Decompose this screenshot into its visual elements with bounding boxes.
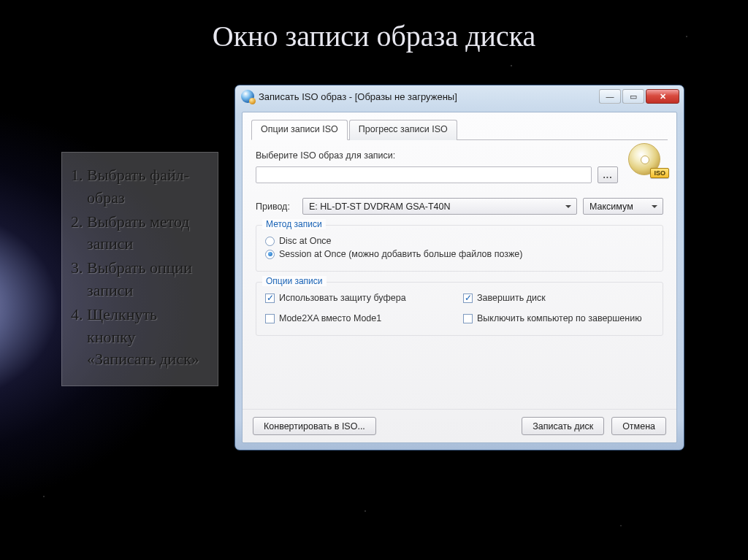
step-1: Выбрать файл-образ	[87, 164, 207, 210]
minimize-icon: ―	[606, 92, 614, 101]
checkbox-icon: ✓	[463, 294, 473, 303]
select-iso-label: Выберите ISO образ для записи:	[256, 150, 663, 161]
burn-iso-window: Записать ISO образ - [Образы не загружен…	[234, 85, 684, 450]
step-2: Выбрать метод записи	[87, 211, 207, 256]
check-label: Завершить диск	[477, 293, 546, 303]
checkbox-icon: ✓	[265, 294, 275, 303]
drive-value: E: HL-DT-ST DVDRAM GSA-T40N	[309, 202, 451, 212]
speed-value: Максимум	[589, 202, 633, 212]
instruction-panel: Выбрать файл-образ Выбрать метод записи …	[61, 152, 218, 386]
radio-label: Session at Once (можно добавить больше ф…	[279, 249, 522, 259]
check-label: Mode2XA вместо Mode1	[279, 313, 381, 323]
radio-label: Disc at Once	[279, 236, 332, 246]
radio-session-at-once[interactable]: Session at Once (можно добавить больше ф…	[265, 249, 654, 259]
radio-icon	[265, 237, 275, 246]
iso-badge-text: ISO	[650, 168, 669, 178]
dialog-footer: Конвертировать в ISO... Записать диск От…	[243, 409, 676, 442]
close-icon: ✕	[660, 92, 666, 101]
client-area: Опции записи ISO Прогресс записи ISO ISO…	[242, 112, 677, 443]
checkbox-icon	[265, 314, 275, 323]
check-buffer-protect[interactable]: ✓ Использовать защиту буфера	[265, 293, 456, 303]
close-button[interactable]: ✕	[646, 89, 679, 104]
convert-to-iso-button[interactable]: Конвертировать в ISO...	[253, 417, 376, 435]
write-options-legend: Опции записи	[262, 276, 327, 286]
checkbox-icon	[463, 314, 473, 323]
tab-iso-progress[interactable]: Прогресс записи ISO	[349, 120, 457, 140]
write-options-group: Опции записи ✓ Использовать защиту буфер…	[256, 282, 663, 336]
write-method-legend: Метод записи	[262, 219, 326, 229]
radio-icon	[265, 250, 275, 259]
speed-dropdown[interactable]: Максимум	[583, 198, 663, 215]
window-title: Записать ISO образ - [Образы не загружен…	[259, 91, 457, 102]
check-label: Использовать защиту буфера	[279, 293, 406, 303]
step-3: Выбрать опции записи	[87, 257, 207, 302]
radio-disc-at-once[interactable]: Disc at Once	[265, 236, 654, 246]
app-icon	[241, 90, 254, 103]
check-mode2xa[interactable]: Mode2XA вместо Mode1	[265, 313, 456, 323]
step-4: Щелкнуть кнопку «Записать диск»	[87, 304, 207, 371]
maximize-button[interactable]: ▭	[622, 89, 644, 104]
burn-disc-button[interactable]: Записать диск	[522, 417, 604, 435]
maximize-icon: ▭	[630, 92, 637, 101]
tab-iso-options[interactable]: Опции записи ISO	[251, 120, 348, 140]
title-bar[interactable]: Записать ISO образ - [Образы не загружен…	[235, 85, 684, 107]
write-method-group: Метод записи Disc at Once Session at Onc…	[256, 225, 663, 272]
slide-title: Окно записи образа диска	[0, 19, 748, 53]
cancel-button[interactable]: Отмена	[611, 417, 666, 435]
tab-body: ISO Выберите ISO образ для записи: ... П…	[243, 140, 676, 409]
tab-strip: Опции записи ISO Прогресс записи ISO	[251, 120, 668, 140]
drive-label: Привод:	[256, 202, 297, 212]
drive-dropdown[interactable]: E: HL-DT-ST DVDRAM GSA-T40N	[302, 198, 577, 215]
check-label: Выключить компьютер по завершению	[477, 313, 642, 323]
check-finalize[interactable]: ✓ Завершить диск	[463, 293, 654, 303]
iso-path-input[interactable]	[256, 166, 592, 183]
iso-disc-icon: ISO	[628, 143, 668, 177]
check-shutdown[interactable]: Выключить компьютер по завершению	[463, 313, 654, 323]
minimize-button[interactable]: ―	[599, 89, 621, 104]
browse-button[interactable]: ...	[598, 166, 618, 183]
